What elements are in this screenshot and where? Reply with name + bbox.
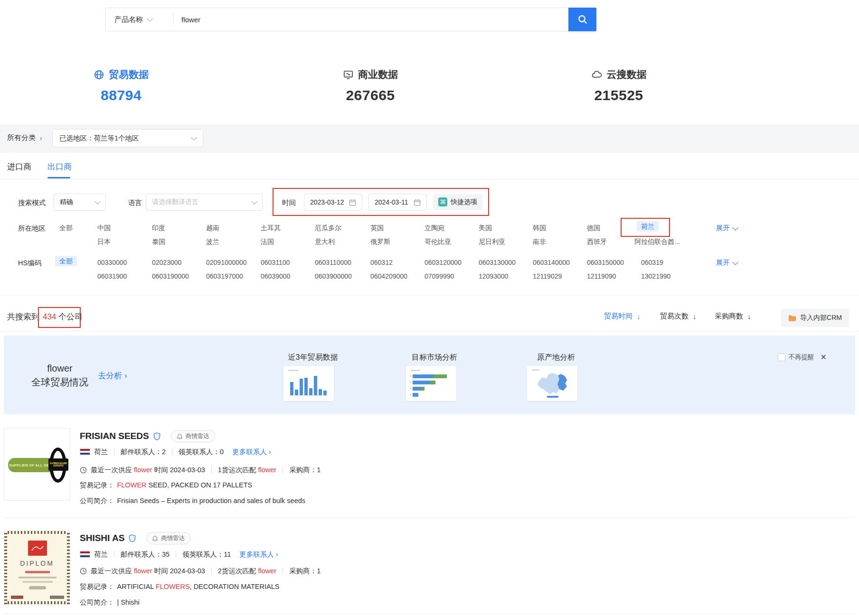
hs-option[interactable]: 13021990 [641, 272, 694, 280]
search-mode-value: 精确 [60, 198, 73, 206]
email-contacts-label: 邮件联系人： [121, 448, 162, 457]
date-to-input[interactable]: 2024-03-11 [368, 194, 427, 211]
hs-option[interactable]: 02091000000 [206, 259, 259, 266]
hs-option[interactable]: 06039000 [261, 272, 314, 280]
business-radar-badge[interactable]: 商情雷达 [171, 430, 215, 442]
sort-trade-count[interactable]: 贸易次数 ↓ [660, 312, 697, 321]
business-radar-badge[interactable]: 商情雷达 [146, 532, 190, 544]
tab-importer[interactable]: 进口商 [7, 161, 31, 172]
hs-option[interactable]: 12119029 [533, 272, 586, 280]
chevron-down-icon [147, 16, 153, 22]
company-logo-shishi[interactable]: DIPLOM [4, 531, 70, 605]
tab-exporter[interactable]: 出口商 [47, 161, 72, 172]
diploma-emblem [28, 541, 47, 556]
location-option[interactable]: 越南 [206, 224, 259, 233]
location-option[interactable]: 意大利 [315, 238, 368, 246]
location-option[interactable]: 美国 [479, 224, 532, 233]
stat-cloud-data[interactable]: 云搜数据 215525 [543, 68, 695, 103]
hs-option[interactable]: 0603140000 [533, 259, 586, 266]
recent-supply-label: 最近一次供应 [91, 466, 132, 475]
location-option[interactable]: 哥伦比亚 [425, 238, 478, 246]
more-contacts-link[interactable]: 更多联系人 › [232, 448, 271, 457]
location-option[interactable]: 英国 [370, 224, 424, 233]
location-option[interactable]: 土耳其 [261, 224, 314, 233]
origin-map-thumbnail[interactable] [527, 366, 577, 401]
hs-option[interactable]: 06031900 [97, 272, 151, 280]
hs-option[interactable]: 12119090 [587, 272, 640, 280]
location-option[interactable]: 南非 [533, 238, 586, 246]
hs-expand-link[interactable]: 展开 [716, 258, 737, 267]
location-option[interactable]: 立陶宛 [425, 224, 478, 233]
stat-value: 88794 [45, 87, 197, 103]
hs-option[interactable]: 07099990 [425, 272, 478, 280]
market-analysis-thumbnail[interactable] [406, 366, 456, 401]
buyer-label: 采购商： [289, 567, 317, 576]
hs-option[interactable]: 0603197000 [206, 272, 259, 280]
dont-remind-checkbox[interactable] [778, 354, 785, 361]
location-option[interactable]: 尼日利亚 [479, 238, 532, 246]
search-button[interactable] [568, 8, 596, 31]
location-option-selected[interactable]: 荷兰 [641, 223, 694, 231]
company-country: 荷兰 [94, 550, 108, 559]
clock-icon [80, 467, 87, 474]
location-option[interactable]: 中国 [97, 224, 151, 233]
hs-option[interactable]: 00330000 [97, 259, 151, 266]
trade-record-label: 贸易记录： [80, 481, 114, 490]
recent-supply-label: 最近一次供应 [91, 567, 132, 576]
company-intro-label: 公司简介： [80, 496, 114, 505]
search-input[interactable] [174, 8, 568, 31]
hs-option[interactable]: 0603120000 [425, 259, 478, 266]
location-expand-link[interactable]: 展开 [716, 224, 737, 233]
hs-option[interactable]: 02023000 [152, 259, 205, 266]
search-mode-select[interactable]: 精确 [54, 194, 106, 211]
hs-option[interactable]: 060319 [641, 259, 694, 266]
email-contacts-label: 邮件联系人： [121, 550, 162, 559]
location-option[interactable]: 泰国 [152, 238, 205, 246]
location-option[interactable]: 波兰 [206, 238, 259, 246]
date-from-input[interactable]: 2023-03-12 [304, 194, 362, 211]
quick-options-button[interactable]: ⌘ 快捷选项 [433, 194, 482, 210]
location-option[interactable]: 法国 [261, 238, 314, 246]
location-option[interactable]: 西班牙 [587, 238, 640, 246]
radar-bell-icon [177, 433, 183, 439]
location-option[interactable]: 俄罗斯 [370, 238, 424, 246]
company-name[interactable]: FRISIAN SEEDS [80, 431, 149, 441]
hs-option[interactable]: 0603150000 [587, 259, 640, 266]
language-select[interactable]: 请选择翻译语言 [146, 194, 263, 211]
search-category-dropdown[interactable]: 产品名称 [106, 8, 173, 31]
analysis-banner: flower 全球贸易情况 去分析 › 近3年贸易数据 目标市场分析 [4, 336, 855, 414]
more-contacts-link[interactable]: 更多联系人 › [239, 550, 278, 559]
hs-option[interactable]: 12093000 [479, 272, 532, 280]
sort-buyer-count[interactable]: 采购商数 ↓ [715, 312, 751, 321]
company-name[interactable]: SHISHI AS [80, 533, 124, 543]
go-analyze-link[interactable]: 去分析 › [98, 370, 127, 381]
hs-option[interactable]: 0603900000 [315, 272, 368, 280]
import-crm-button[interactable]: 导入内部CRM [781, 309, 849, 327]
hs-option[interactable]: 0603110000 [315, 259, 368, 266]
trade-record-label: 贸易记录： [80, 582, 114, 591]
hs-option[interactable]: 0604209000 [370, 272, 424, 280]
hs-option[interactable]: 0603130000 [479, 259, 532, 266]
trade-record-highlight: FLOWER [117, 481, 147, 489]
company-logo-frisian[interactable]: SUPPLIER OF ALL SEEDS FLOWER BLEND EXPER… [4, 428, 70, 501]
hs-option[interactable]: 06031100 [261, 259, 314, 266]
linkedin-contacts-label: 领英联系人： [179, 448, 220, 457]
location-option[interactable]: 印度 [152, 224, 205, 233]
sort-trade-time[interactable]: 贸易时间 ↓ [604, 312, 641, 321]
hs-option[interactable]: 060312 [370, 259, 424, 266]
selected-region-dropdown[interactable]: 已选地区：荷兰等1个地区 [52, 129, 203, 147]
hs-code-label: HS编码 [18, 259, 41, 268]
breadcrumb[interactable]: 所有分类 › [7, 133, 42, 142]
location-option[interactable]: 阿拉伯联合酋... [634, 238, 696, 246]
trade-bar-chart-thumbnail[interactable] [283, 366, 334, 401]
close-icon[interactable]: ✕ [821, 353, 827, 362]
location-option[interactable]: 厄瓜多尔 [315, 224, 368, 233]
location-option[interactable]: 日本 [97, 238, 151, 246]
stat-business-data[interactable]: 商业数据 267665 [294, 68, 446, 103]
hs-option[interactable]: 0603190000 [152, 272, 205, 280]
location-option[interactable]: 德国 [587, 224, 640, 233]
stat-trade-data[interactable]: 贸易数据 88794 [45, 68, 197, 103]
banner-keyword: flower [23, 362, 97, 375]
location-option[interactable]: 韩国 [533, 224, 586, 233]
netherlands-flag-icon [80, 551, 90, 558]
